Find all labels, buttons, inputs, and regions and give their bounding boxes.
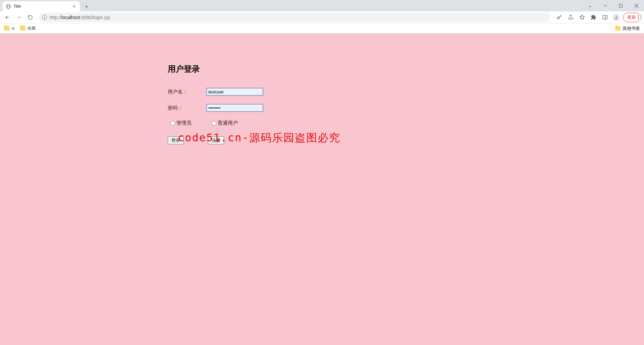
password-label: 密码： bbox=[168, 105, 206, 111]
bookmark-label: 收藏 bbox=[28, 25, 36, 31]
other-bookmarks-label: 其他书签 bbox=[623, 25, 640, 31]
reload-button[interactable] bbox=[25, 13, 35, 22]
site-info-icon[interactable]: i bbox=[42, 15, 47, 20]
window-controls: ⌄ bbox=[582, 0, 644, 11]
back-button[interactable] bbox=[3, 13, 12, 22]
bookmark-folder-collect[interactable]: 收藏 bbox=[20, 25, 36, 31]
button-row: 登录 注册 bbox=[168, 136, 342, 144]
profile-avatar[interactable] bbox=[611, 13, 621, 22]
bookmark-bar: rx 收藏 其他书签 bbox=[0, 23, 644, 33]
tab-search-icon[interactable]: ⌄ bbox=[582, 0, 598, 11]
role-user-label: 普通用户 bbox=[218, 120, 238, 126]
register-button[interactable]: 注册 bbox=[208, 136, 224, 144]
bookmark-folder-rx[interactable]: rx bbox=[4, 26, 15, 31]
login-button[interactable]: 登录 bbox=[168, 136, 184, 144]
svg-point-3 bbox=[615, 16, 617, 17]
close-icon[interactable]: × bbox=[72, 4, 76, 9]
role-radio-group: 管理员 普通用户 bbox=[170, 120, 342, 126]
username-input[interactable] bbox=[206, 88, 263, 96]
role-admin-radio[interactable] bbox=[170, 121, 175, 126]
svg-rect-2 bbox=[603, 15, 607, 19]
close-window-button[interactable] bbox=[629, 0, 644, 11]
tab-strip: Title × + ⌄ bbox=[0, 0, 644, 11]
username-label: 用户名： bbox=[168, 89, 206, 95]
star-icon[interactable] bbox=[577, 13, 587, 22]
url-path: :8080/login.jsp bbox=[80, 15, 110, 20]
new-tab-button[interactable]: + bbox=[82, 2, 91, 11]
other-bookmarks[interactable]: 其他书签 bbox=[611, 25, 640, 31]
password-key-icon[interactable] bbox=[554, 13, 564, 22]
login-form: 用户登录 用户名： 密码： 管理员 普通用户 登录 注册 bbox=[168, 64, 342, 144]
share-icon[interactable] bbox=[566, 13, 575, 22]
role-user-option[interactable]: 普通用户 bbox=[212, 120, 238, 126]
bookmark-label: rx bbox=[11, 26, 15, 31]
update-button[interactable]: 更新 bbox=[623, 13, 641, 22]
page-title: 用户登录 bbox=[168, 64, 342, 74]
browser-toolbar: i http://localhost:8080/login.jsp 更新 bbox=[0, 11, 644, 23]
folder-icon bbox=[4, 26, 9, 30]
extensions-icon[interactable] bbox=[589, 13, 598, 22]
maximize-button[interactable] bbox=[613, 0, 629, 11]
role-user-radio[interactable] bbox=[212, 121, 216, 126]
username-row: 用户名： bbox=[168, 88, 342, 96]
browser-tab[interactable]: Title × bbox=[3, 1, 80, 11]
update-label: 更新 bbox=[627, 14, 636, 20]
tab-title: Title bbox=[13, 4, 69, 9]
more-icon bbox=[637, 15, 639, 19]
svg-rect-0 bbox=[620, 4, 623, 7]
role-admin-option[interactable]: 管理员 bbox=[170, 120, 192, 126]
password-row: 密码： bbox=[168, 104, 342, 112]
page-viewport: 用户登录 用户名： 密码： 管理员 普通用户 登录 注册 code51.cn-源… bbox=[0, 33, 644, 345]
address-bar[interactable]: i http://localhost:8080/login.jsp bbox=[39, 13, 550, 22]
folder-icon bbox=[20, 26, 25, 30]
url-text: http://localhost:8080/login.jsp bbox=[50, 15, 110, 20]
forward-button[interactable] bbox=[14, 13, 23, 22]
separator bbox=[611, 25, 611, 31]
url-host: localhost bbox=[61, 15, 80, 20]
role-admin-label: 管理员 bbox=[176, 120, 192, 126]
password-input[interactable] bbox=[206, 104, 263, 112]
minimize-button[interactable] bbox=[598, 0, 613, 11]
globe-icon bbox=[6, 4, 11, 9]
side-panel-icon[interactable] bbox=[600, 13, 609, 22]
url-protocol: http:// bbox=[50, 15, 61, 20]
folder-icon bbox=[615, 26, 621, 30]
